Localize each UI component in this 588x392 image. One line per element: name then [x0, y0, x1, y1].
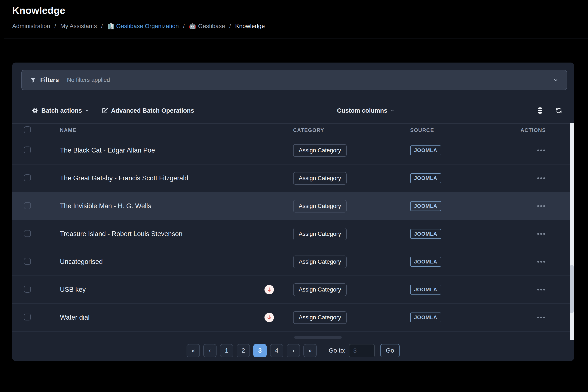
- table-row: Uncategorised Assign Category JOOMLA: [12, 248, 570, 276]
- page-button-2[interactable]: 2: [237, 344, 250, 357]
- assign-category-button[interactable]: Assign Category: [293, 172, 347, 185]
- select-all-checkbox[interactable]: [24, 126, 31, 133]
- goto-page-label: Go to:: [329, 347, 346, 354]
- row-name: Uncategorised: [60, 258, 103, 266]
- assign-category-button[interactable]: Assign Category: [293, 228, 347, 240]
- row-actions-menu-icon[interactable]: [536, 231, 546, 237]
- batch-actions-label: Batch actions: [41, 107, 82, 114]
- column-header-category: CATEGORY: [293, 127, 324, 133]
- pagination-next-button[interactable]: ›: [287, 344, 300, 357]
- table-row: Water dial Assign Category JOOMLA: [12, 304, 570, 332]
- row-name: Treasure Island - Robert Louis Stevenson: [60, 230, 183, 238]
- page-title: Knowledge: [12, 5, 65, 16]
- row-checkbox[interactable]: [24, 146, 31, 153]
- knowledge-table: NAME CATEGORY SOURCE ACTIONS The Black C…: [12, 124, 570, 340]
- page-button-1[interactable]: 1: [220, 344, 233, 357]
- row-name: The Great Gatsby - Francis Scott Fitzger…: [60, 174, 188, 182]
- table-row: The Great Gatsby - Francis Scott Fitzger…: [12, 164, 570, 192]
- column-header-source: SOURCE: [410, 127, 434, 133]
- row-name: The Black Cat - Edgar Allan Poe: [60, 146, 155, 154]
- header-divider: [4, 38, 588, 39]
- row-actions-menu-icon[interactable]: [536, 147, 546, 153]
- row-actions-menu-icon[interactable]: [536, 175, 546, 181]
- row-actions-menu-icon[interactable]: [536, 286, 546, 292]
- assign-category-button[interactable]: Assign Category: [293, 284, 347, 296]
- breadcrumb: Administration / My Assistants / 🏢 Gesti…: [12, 22, 265, 30]
- row-checkbox[interactable]: [24, 202, 31, 209]
- row-checkbox[interactable]: [24, 314, 31, 320]
- page-button-4[interactable]: 4: [270, 344, 283, 357]
- vertical-scrollbar[interactable]: [570, 124, 574, 340]
- filters-bar[interactable]: Filters No filters applied: [21, 70, 567, 90]
- breadcrumb-item-my-assistants[interactable]: My Assistants: [60, 23, 97, 29]
- page-button-3-active[interactable]: 3: [253, 344, 267, 357]
- table-row: Treasure Island - Robert Louis Stevenson…: [12, 220, 570, 248]
- filters-status: No filters applied: [67, 77, 553, 83]
- row-name: USB key: [60, 286, 86, 294]
- source-badge: JOOMLA: [410, 229, 441, 239]
- database-icon[interactable]: [537, 101, 543, 120]
- assign-category-button[interactable]: Assign Category: [293, 256, 347, 268]
- pagination-last-button[interactable]: »: [303, 344, 317, 357]
- source-badge: JOOMLA: [410, 257, 441, 267]
- breadcrumb-separator: /: [229, 23, 231, 29]
- batch-actions-button[interactable]: Batch actions: [31, 101, 89, 120]
- row-actions-menu-icon[interactable]: [536, 259, 546, 265]
- pagination-first-button[interactable]: «: [187, 344, 200, 357]
- horizontal-scrollbar-thumb[interactable]: [294, 336, 342, 339]
- custom-columns-button[interactable]: Custom columns: [337, 101, 394, 120]
- row-name: The Invisible Man - H. G. Wells: [60, 202, 151, 210]
- row-checkbox[interactable]: [24, 258, 31, 265]
- source-badge: JOOMLA: [410, 285, 441, 294]
- red-download-arrow-icon: [264, 313, 274, 322]
- row-checkbox[interactable]: [24, 174, 31, 181]
- refresh-icon[interactable]: [556, 101, 562, 120]
- breadcrumb-item-current: Knowledge: [235, 23, 265, 29]
- assign-category-button[interactable]: Assign Category: [293, 311, 347, 324]
- chevron-down-icon: [85, 108, 89, 113]
- row-name: Water dial: [60, 314, 89, 321]
- table-row: The Black Cat - Edgar Allan Poe Assign C…: [12, 137, 570, 164]
- breadcrumb-separator: /: [183, 23, 185, 29]
- chevron-down-icon: [390, 108, 394, 113]
- goto-page-input[interactable]: [349, 344, 375, 357]
- breadcrumb-separator: /: [101, 23, 103, 29]
- table-row: USB key Assign Category JOOMLA: [12, 276, 570, 304]
- table-row-partial: [12, 332, 570, 340]
- filters-label: Filters: [40, 76, 59, 84]
- advanced-batch-operations-button[interactable]: Advanced Batch Operations: [102, 101, 194, 120]
- column-header-actions: ACTIONS: [521, 127, 546, 133]
- source-badge: JOOMLA: [410, 201, 441, 211]
- table-row: The Invisible Man - H. G. Wells Assign C…: [12, 192, 570, 220]
- pagination-bar: « ‹ 1 2 3 4 › » Go to: Go: [12, 340, 574, 361]
- vertical-scrollbar-thumb[interactable]: [570, 265, 574, 313]
- red-download-arrow-icon: [264, 285, 274, 294]
- column-header-name: NAME: [60, 127, 76, 133]
- row-checkbox[interactable]: [24, 286, 31, 292]
- table-toolbar: Batch actions Advanced Batch Operations …: [12, 101, 574, 120]
- advanced-batch-operations-label: Advanced Batch Operations: [111, 107, 194, 114]
- assign-category-button[interactable]: Assign Category: [293, 200, 347, 212]
- breadcrumb-separator: /: [54, 23, 56, 29]
- breadcrumb-item-gestibase[interactable]: 🤖 Gestibase: [189, 23, 225, 29]
- custom-columns-label: Custom columns: [337, 107, 387, 114]
- row-checkbox[interactable]: [24, 230, 31, 237]
- row-actions-menu-icon[interactable]: [536, 314, 546, 320]
- source-badge: JOOMLA: [410, 312, 441, 322]
- row-actions-menu-icon[interactable]: [536, 203, 546, 209]
- breadcrumb-item-administration[interactable]: Administration: [12, 23, 50, 29]
- assign-category-button[interactable]: Assign Category: [293, 144, 347, 157]
- content-panel: Filters No filters applied B: [12, 62, 574, 361]
- table-header-row: NAME CATEGORY SOURCE ACTIONS: [12, 124, 570, 137]
- source-badge: JOOMLA: [410, 146, 441, 155]
- filter-icon: [30, 77, 36, 83]
- edit-icon: [102, 107, 108, 114]
- gear-icon: [31, 107, 38, 114]
- breadcrumb-item-gestibase-organization[interactable]: 🏢 Gestibase Organization: [107, 23, 179, 29]
- source-badge: JOOMLA: [410, 173, 441, 183]
- go-button[interactable]: Go: [380, 344, 400, 357]
- chevron-down-icon[interactable]: [553, 77, 559, 83]
- pagination-previous-button[interactable]: ‹: [203, 344, 216, 357]
